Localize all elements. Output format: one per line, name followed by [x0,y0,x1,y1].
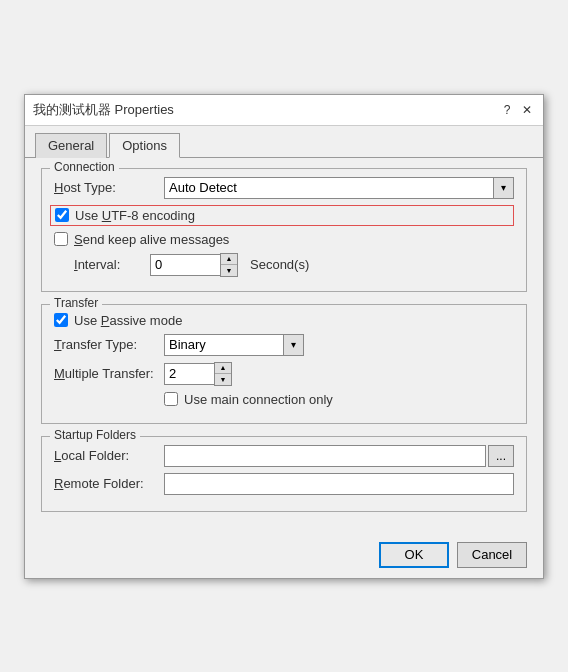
startup-folders-section: Startup Folders Local Folder: ... Remote… [41,436,527,512]
interval-down-btn[interactable]: ▼ [221,265,237,276]
host-type-select-wrapper: Auto Detect Unix Windows MVS ▾ [164,177,514,199]
multiple-transfer-up-btn[interactable]: ▲ [215,363,231,374]
startup-folders-title: Startup Folders [50,428,140,442]
keepalive-checkbox[interactable] [54,232,68,246]
help-button[interactable]: ? [499,102,515,118]
interval-spinner-btns: ▲ ▼ [220,253,238,277]
local-folder-row: Local Folder: ... [54,445,514,467]
host-type-row: Host Type: Auto Detect Unix Windows MVS … [54,177,514,199]
tab-options[interactable]: Options [109,133,180,158]
local-folder-browse-btn[interactable]: ... [488,445,514,467]
seconds-label: Second(s) [250,257,309,272]
close-button[interactable]: ✕ [519,102,535,118]
passive-mode-label: Use Passive mode [74,313,182,328]
host-type-label: Host Type: [54,180,164,195]
tabs-row: General Options [25,126,543,157]
keepalive-label: Send keep alive messages [74,232,229,247]
multiple-transfer-spinner: ▲ ▼ [164,362,232,386]
passive-mode-checkbox[interactable] [54,313,68,327]
interval-spinner: ▲ ▼ [150,253,238,277]
host-type-arrow[interactable]: ▾ [494,177,514,199]
utf8-label: Use UTF-8 encoding [75,208,195,223]
main-connection-checkbox[interactable] [164,392,178,406]
transfer-section: Transfer Use Passive mode Transfer Type: [41,304,527,424]
main-connection-label: Use main connection only [184,392,333,407]
interval-label: Interval: [74,257,144,272]
keepalive-row: Send keep alive messages [54,232,514,247]
host-type-select[interactable]: Auto Detect Unix Windows MVS [164,177,494,199]
interval-input[interactable] [150,254,220,276]
local-folder-input[interactable] [164,445,486,467]
remote-folder-row: Remote Folder: [54,473,514,495]
remote-folder-input[interactable] [164,473,514,495]
ok-button[interactable]: OK [379,542,449,568]
tab-general[interactable]: General [35,133,107,158]
interval-up-btn[interactable]: ▲ [221,254,237,265]
interval-row: Interval: ▲ ▼ Second(s) [74,253,514,277]
utf8-row: Use UTF-8 encoding [50,205,514,226]
transfer-type-label: Transfer Type: [54,337,164,352]
dialog-title: 我的测试机器 Properties [33,101,174,119]
utf8-checkbox[interactable] [55,208,69,222]
transfer-type-row: Transfer Type: Binary ASCII Auto ▾ [54,334,514,356]
transfer-type-arrow[interactable]: ▾ [284,334,304,356]
multiple-transfer-input[interactable] [164,363,214,385]
multiple-transfer-label: Multiple Transfer: [54,366,164,381]
multiple-transfer-row: Multiple Transfer: ▲ ▼ [54,362,514,386]
transfer-type-select[interactable]: Binary ASCII Auto [164,334,284,356]
multiple-transfer-spinner-btns: ▲ ▼ [214,362,232,386]
local-folder-label: Local Folder: [54,448,164,463]
dialog-footer: OK Cancel [25,534,543,578]
transfer-title: Transfer [50,296,102,310]
transfer-type-select-wrapper: Binary ASCII Auto ▾ [164,334,304,356]
connection-title: Connection [50,160,119,174]
main-connection-row: Use main connection only [164,392,514,407]
connection-section: Connection Host Type: Auto Detect Unix W… [41,168,527,292]
passive-mode-row: Use Passive mode [54,313,514,328]
remote-folder-label: Remote Folder: [54,476,164,491]
multiple-transfer-down-btn[interactable]: ▼ [215,374,231,385]
cancel-button[interactable]: Cancel [457,542,527,568]
